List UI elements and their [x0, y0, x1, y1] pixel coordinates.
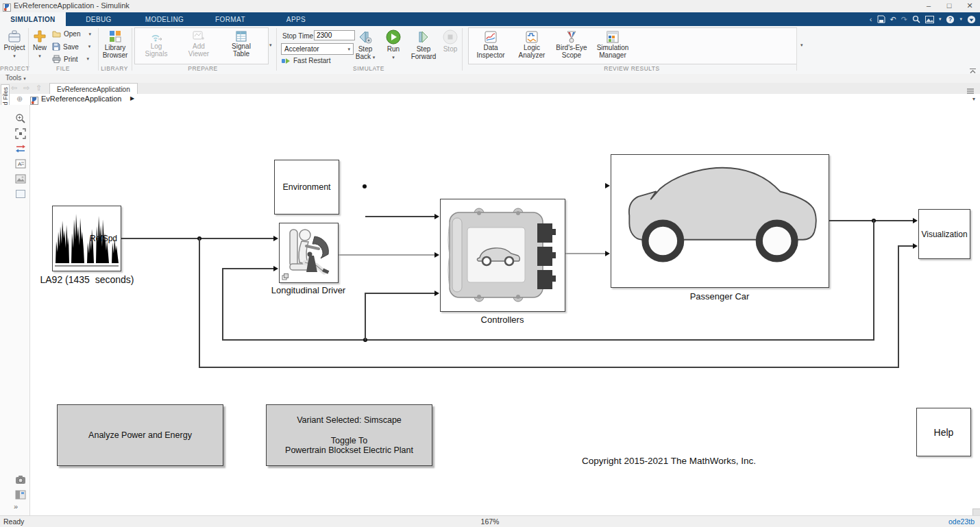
save-button[interactable]: Save ▾ — [52, 42, 90, 51]
qat-save-icon[interactable] — [877, 15, 885, 23]
review-gallery-expand-icon[interactable]: ▾ — [800, 42, 803, 48]
data-inspector-button[interactable]: Data Inspector — [473, 30, 509, 59]
block-environment[interactable]: Environment — [274, 160, 339, 215]
prepare-gallery-expand-icon[interactable]: ▾ — [269, 42, 272, 48]
simulation-mode-select[interactable]: Accelerator▾ — [281, 43, 354, 55]
wire-segment[interactable] — [199, 367, 899, 368]
qat-help-caret-icon[interactable]: ▾ — [959, 12, 962, 26]
qat-screenshot-caret-icon[interactable]: ▾ — [939, 12, 942, 26]
viewmarks-camera-icon[interactable] — [14, 474, 27, 486]
tab-apps[interactable]: APPS — [263, 12, 329, 26]
model-tab[interactable]: EvReferenceApplication — [49, 83, 138, 95]
annotation-tool-icon[interactable]: A — [14, 158, 27, 170]
image-tool-icon[interactable] — [14, 173, 27, 185]
qat-overflow-chevron-icon[interactable]: ‹ — [870, 12, 872, 26]
input-port-arrow — [605, 251, 610, 256]
block-label-longitudinal-driver[interactable]: Longitudinal Driver — [247, 285, 370, 295]
chevron-down-icon: ▾ — [88, 44, 91, 49]
stop-time-label: Stop Time — [282, 32, 313, 40]
block-label-passenger-car[interactable]: Passenger Car — [658, 291, 781, 302]
breadcrumb-arrow-icon: ▶ — [130, 95, 134, 101]
wire-segment[interactable] — [365, 293, 366, 341]
wire-segment[interactable] — [222, 268, 223, 341]
stop-time-input[interactable] — [314, 30, 355, 40]
log-signals-button[interactable]: Log Signals — [140, 30, 173, 58]
wire-segment[interactable] — [898, 245, 914, 247]
add-viewer-button[interactable]: Add Viewer — [182, 30, 215, 58]
tools-menu[interactable]: Tools ▾ — [5, 74, 26, 82]
minimize-button[interactable]: – — [918, 0, 939, 12]
input-port-arrow — [913, 243, 918, 249]
wire-segment[interactable] — [365, 216, 435, 217]
nav-forward-icon[interactable]: ⇨ — [23, 83, 29, 93]
simulation-manager-button[interactable]: Simulation Manager — [593, 30, 632, 59]
signal-table-button[interactable]: Signal Table — [225, 30, 258, 58]
tab-format[interactable]: FORMAT — [197, 12, 263, 26]
fast-restart-toggle[interactable]: Fast Restart — [282, 57, 330, 64]
project-button[interactable]: Project ▾ — [3, 29, 26, 60]
expand-palette-chevrons[interactable]: » — [14, 502, 18, 511]
birds-eye-scope-button[interactable]: Bird's-Eye Scope — [554, 30, 589, 59]
qat-account-icon[interactable] — [967, 15, 976, 24]
qat-undo-icon[interactable]: ↶ — [890, 12, 896, 26]
block-analyze-power-energy[interactable]: Analyze Power and Energy — [57, 404, 223, 466]
run-button[interactable]: Run ▾ — [382, 29, 404, 61]
logic-analyzer-button[interactable]: Logic Analyzer — [514, 30, 550, 59]
solver-name[interactable]: ode23tb — [948, 517, 975, 526]
nav-back-icon[interactable]: ⇦ — [11, 83, 17, 93]
step-back-button[interactable]: Step Back ▾ — [352, 29, 378, 61]
open-button[interactable]: Open ▾ — [52, 30, 91, 38]
wire-segment[interactable] — [223, 268, 273, 269]
input-port-arrow — [434, 214, 439, 219]
maximize-button[interactable]: □ — [939, 0, 959, 12]
breadcrumb-model-name[interactable]: EvReferenceApplication — [41, 95, 121, 103]
wire-segment[interactable] — [223, 339, 874, 341]
new-button[interactable]: New ▾ — [31, 29, 49, 60]
qat-search-icon[interactable] — [912, 15, 920, 23]
variant-badge-icon — [282, 273, 289, 280]
wire-segment[interactable] — [339, 254, 435, 256]
close-button[interactable]: ✕ — [959, 0, 980, 12]
wire-segment[interactable] — [199, 238, 200, 368]
block-passenger-car[interactable] — [611, 154, 829, 288]
area-box-tool-icon[interactable] — [14, 188, 27, 200]
qat-redo-icon[interactable]: ↷ — [901, 12, 907, 26]
breadcrumb-dropdown-icon[interactable]: ▾ — [972, 96, 975, 102]
expand-all-icon[interactable]: ⊕ — [16, 95, 23, 103]
block-label-drive-cycle[interactable]: LA92 (1435 seconds) — [19, 274, 156, 285]
copyright-annotation[interactable]: Copyright 2015-2021 The MathWorks, Inc. — [532, 456, 806, 466]
signal-compare-tool-icon[interactable] — [14, 143, 27, 155]
chevron-down-icon: ▾ — [373, 55, 376, 60]
section-label-prepare: PREPARE — [132, 65, 274, 72]
tab-simulation[interactable]: SIMULATION — [0, 12, 66, 26]
input-port-arrow — [605, 183, 610, 188]
input-port-arrow — [273, 236, 278, 241]
wire-segment[interactable] — [873, 220, 874, 341]
tab-modeling[interactable]: MODELING — [132, 12, 197, 26]
qat-screenshot-icon[interactable] — [925, 16, 934, 23]
nav-up-icon[interactable]: ⇧ — [36, 83, 42, 93]
block-drive-cycle[interactable]: RefSpd — [52, 206, 121, 271]
quick-access-toolbar: ‹ ↶ ↷ ▾ ? ▾ — [870, 12, 976, 26]
wire-segment[interactable] — [898, 245, 899, 368]
zoom-in-tool-icon[interactable] — [14, 112, 27, 125]
block-controllers[interactable] — [440, 199, 565, 312]
zoom-level: 167% — [0, 517, 980, 526]
block-visualization[interactable]: Visualization — [918, 209, 970, 259]
tab-debug[interactable]: DEBUG — [66, 12, 132, 26]
model-browser-icon[interactable] — [14, 489, 27, 501]
wire-segment[interactable] — [365, 293, 435, 294]
stop-button[interactable]: Stop — [441, 29, 459, 53]
print-button[interactable]: Print ▾ — [52, 55, 89, 63]
block-longitudinal-driver[interactable] — [279, 223, 339, 283]
step-forward-button[interactable]: Step Forward — [410, 29, 437, 60]
input-port-arrow — [434, 291, 439, 296]
block-help[interactable]: Help — [916, 408, 971, 456]
block-label-controllers[interactable]: Controllers — [441, 315, 564, 325]
fit-to-view-tool-icon[interactable] — [14, 127, 27, 140]
simulink-window: EvReferenceApplication - Simulink – □ ✕ … — [0, 0, 980, 527]
block-variant-toggle[interactable]: Variant Selected: Simscape Toggle To Pow… — [266, 404, 432, 466]
library-browser-button[interactable]: Library Browser — [101, 29, 130, 59]
wire-segment[interactable] — [565, 253, 606, 254]
qat-help-icon[interactable]: ? — [946, 15, 955, 24]
